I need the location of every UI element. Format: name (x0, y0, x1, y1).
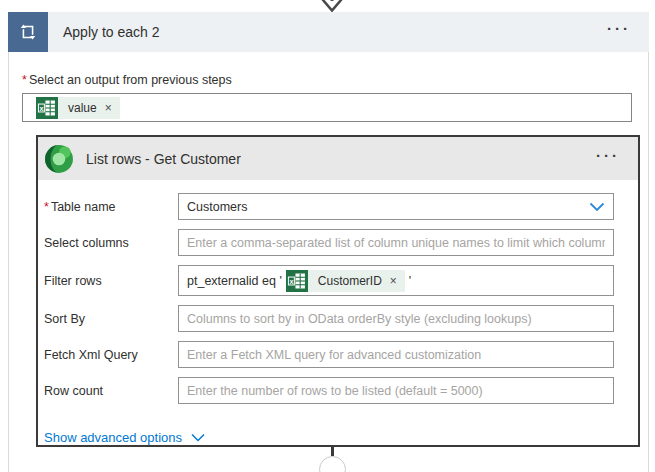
table-name-dropdown[interactable]: Customers (178, 193, 614, 220)
row-count-label: Row count (44, 384, 178, 398)
list-rows-form: *Table name Customers Select columns Fil… (38, 180, 638, 446)
select-columns-row: Select columns (44, 229, 638, 256)
required-marker: * (44, 200, 49, 214)
select-columns-label: Select columns (44, 236, 178, 250)
row-count-input[interactable] (178, 377, 614, 404)
sort-by-row: Sort By (44, 305, 638, 332)
table-name-label-text: Table name (51, 200, 116, 214)
filter-expression-suffix: ' (409, 274, 411, 288)
value-token-label: value (58, 101, 102, 115)
svg-text:x: x (40, 104, 44, 112)
value-token[interactable]: x value × (36, 97, 120, 119)
filter-rows-input[interactable]: pt_externalid eq ' (178, 265, 614, 296)
customerid-token[interactable]: x CustomerID × (286, 270, 405, 292)
list-rows-title: List rows - Get Customer (86, 151, 586, 167)
show-advanced-options-label: Show advanced options (44, 430, 182, 445)
filter-rows-label: Filter rows (44, 274, 178, 288)
apply-to-each-scope: Apply to each 2 ··· *Select an output fr… (8, 12, 649, 472)
required-marker: * (22, 73, 27, 87)
chevron-down-icon (589, 202, 605, 212)
apply-to-each-header[interactable]: Apply to each 2 ··· (8, 12, 649, 52)
dataverse-icon (41, 141, 77, 177)
fetch-xml-label: Fetch Xml Query (44, 348, 178, 362)
list-rows-card: List rows - Get Customer ··· *Table name… (36, 135, 640, 447)
sort-by-label: Sort By (44, 312, 178, 326)
outgoing-connector-line (331, 447, 334, 456)
customerid-token-remove-icon[interactable]: × (387, 274, 405, 288)
list-rows-menu-button[interactable]: ··· (586, 134, 638, 183)
svg-text:x: x (289, 277, 293, 285)
filter-rows-row: Filter rows pt_externalid eq ' (44, 265, 638, 296)
table-name-row: *Table name Customers (44, 193, 638, 220)
select-columns-input[interactable] (178, 229, 614, 256)
filter-expression-prefix: pt_externalid eq ' (187, 274, 282, 288)
value-token-remove-icon[interactable]: × (102, 101, 120, 115)
list-rows-header[interactable]: List rows - Get Customer ··· (38, 137, 638, 180)
insert-step-button[interactable] (319, 456, 346, 472)
excel-icon: x (286, 270, 308, 292)
show-advanced-options-link[interactable]: Show advanced options (44, 430, 205, 445)
output-field-label-text: Select an output from previous steps (29, 73, 232, 87)
table-name-label: *Table name (44, 200, 178, 214)
apply-to-each-body: *Select an output from previous steps x (8, 52, 649, 472)
apply-to-each-title: Apply to each 2 (63, 24, 597, 40)
output-field-label: *Select an output from previous steps (22, 73, 648, 87)
fetch-xml-input[interactable] (178, 341, 614, 368)
excel-icon: x (36, 97, 58, 119)
chevron-down-icon (191, 433, 205, 442)
table-name-value: Customers (187, 200, 247, 214)
row-count-row: Row count (44, 377, 638, 404)
select-output-input[interactable]: x value × (22, 93, 632, 122)
sort-by-input[interactable] (178, 305, 614, 332)
customerid-token-label: CustomerID (308, 274, 387, 288)
apply-to-each-loop-icon (8, 12, 48, 52)
apply-to-each-menu-button[interactable]: ··· (597, 9, 649, 55)
fetch-xml-row: Fetch Xml Query (44, 341, 638, 368)
